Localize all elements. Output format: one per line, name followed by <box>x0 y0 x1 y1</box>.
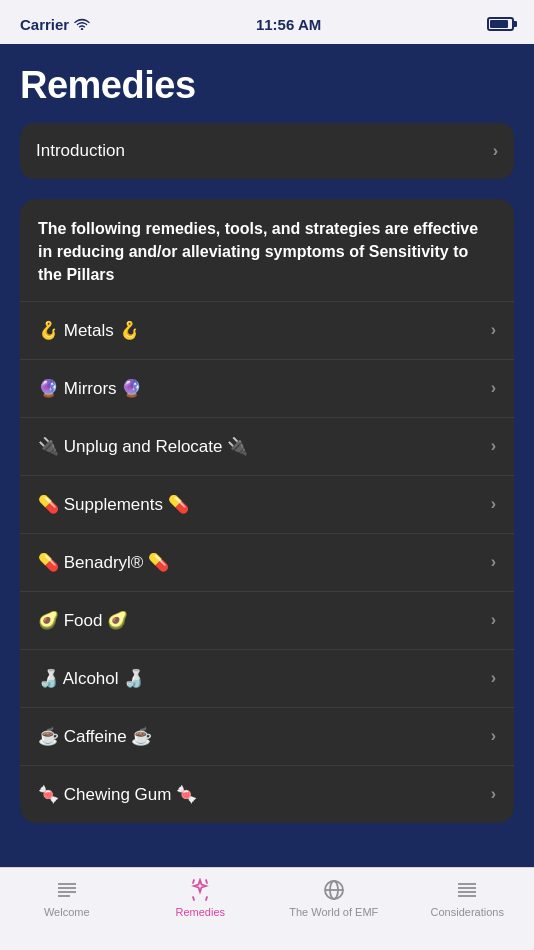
introduction-row[interactable]: Introduction › <box>20 123 514 179</box>
benadryl-chevron: › <box>491 553 496 571</box>
supplements-label: 💊 Supplements 💊 <box>38 494 189 515</box>
remedies-card: The following remedies, tools, and strat… <box>20 199 514 823</box>
list-item-chewinggum[interactable]: 🍬 Chewing Gum 🍬 › <box>20 766 514 823</box>
list-item-alcohol[interactable]: 🍶 Alcohol 🍶 › <box>20 650 514 708</box>
alcohol-label: 🍶 Alcohol 🍶 <box>38 668 144 689</box>
battery-icon <box>487 17 514 31</box>
remedies-icon <box>188 878 212 902</box>
unplug-chevron: › <box>491 437 496 455</box>
world-icon <box>322 878 346 902</box>
list-item-unplug[interactable]: 🔌 Unplug and Relocate 🔌 › <box>20 418 514 476</box>
food-chevron: › <box>491 611 496 629</box>
list-item-caffeine[interactable]: ☕ Caffeine ☕ › <box>20 708 514 766</box>
welcome-tab-label: Welcome <box>44 906 90 918</box>
status-bar: Carrier 11:56 AM <box>0 0 534 44</box>
tab-remedies[interactable]: Remedies <box>134 878 268 918</box>
metals-label: 🪝 Metals 🪝 <box>38 320 140 341</box>
list-item-supplements[interactable]: 💊 Supplements 💊 › <box>20 476 514 534</box>
card-description: The following remedies, tools, and strat… <box>20 199 514 302</box>
list-item-mirrors[interactable]: 🔮 Mirrors 🔮 › <box>20 360 514 418</box>
list-item-food[interactable]: 🥑 Food 🥑 › <box>20 592 514 650</box>
caffeine-label: ☕ Caffeine ☕ <box>38 726 152 747</box>
alcohol-chevron: › <box>491 669 496 687</box>
tab-welcome[interactable]: Welcome <box>0 878 134 918</box>
tab-bar: Welcome Remedies The World of EMF Consid… <box>0 867 534 950</box>
supplements-chevron: › <box>491 495 496 513</box>
considerations-tab-label: Considerations <box>431 906 504 918</box>
caffeine-chevron: › <box>491 727 496 745</box>
food-label: 🥑 Food 🥑 <box>38 610 128 631</box>
introduction-label: Introduction <box>36 141 125 161</box>
chewinggum-label: 🍬 Chewing Gum 🍬 <box>38 784 197 805</box>
battery-fill <box>490 20 508 28</box>
mirrors-chevron: › <box>491 379 496 397</box>
metals-chevron: › <box>491 321 496 339</box>
chewinggum-chevron: › <box>491 785 496 803</box>
wifi-icon <box>74 18 90 30</box>
considerations-icon <box>455 878 479 902</box>
welcome-icon <box>55 878 79 902</box>
tab-considerations[interactable]: Considerations <box>401 878 535 918</box>
world-tab-label: The World of EMF <box>289 906 378 918</box>
benadryl-label: 💊 Benadryl® 💊 <box>38 552 169 573</box>
unplug-label: 🔌 Unplug and Relocate 🔌 <box>38 436 248 457</box>
list-item-benadryl[interactable]: 💊 Benadryl® 💊 › <box>20 534 514 592</box>
introduction-chevron: › <box>493 142 498 160</box>
remedies-tab-label: Remedies <box>175 906 225 918</box>
carrier-wifi: Carrier <box>20 16 90 33</box>
list-item-metals[interactable]: 🪝 Metals 🪝 › <box>20 302 514 360</box>
svg-point-0 <box>81 28 83 30</box>
time-display: 11:56 AM <box>256 16 321 33</box>
carrier-label: Carrier <box>20 16 69 33</box>
page-title: Remedies <box>20 64 514 107</box>
main-content: Remedies Introduction › The following re… <box>0 44 534 867</box>
mirrors-label: 🔮 Mirrors 🔮 <box>38 378 142 399</box>
tab-world-of-emf[interactable]: The World of EMF <box>267 878 401 918</box>
